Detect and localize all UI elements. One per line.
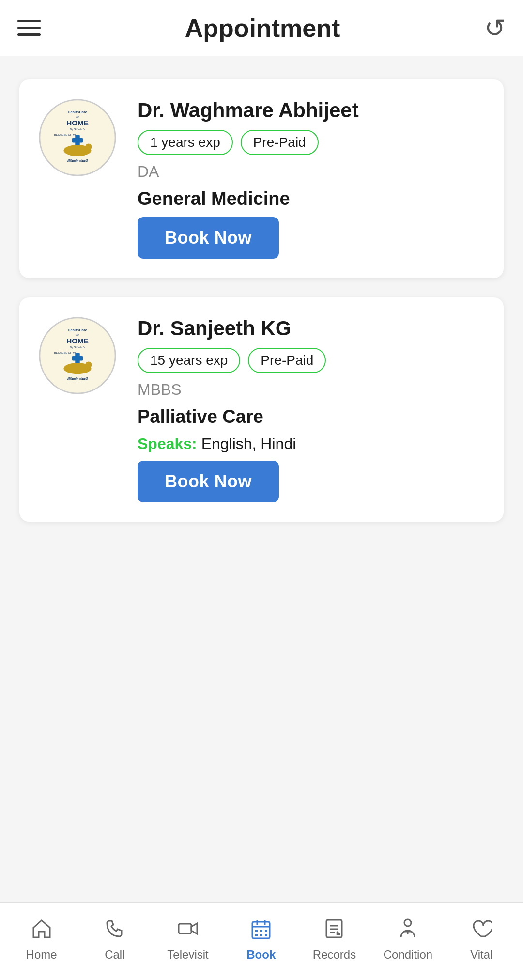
doctor-name-2: Dr. Sanjeeth KG xyxy=(138,317,484,340)
svg-rect-7 xyxy=(72,138,83,143)
records-icon xyxy=(323,918,345,944)
doctor-degree-1: DA xyxy=(138,163,484,181)
refresh-button[interactable]: ↻ xyxy=(484,14,506,43)
payment-badge-2: Pre-Paid xyxy=(248,348,326,373)
doctor-avatar-1: HealthCare at HOME By St John's BECAUSE … xyxy=(39,99,120,180)
doctor-name-1: Dr. Waghmare Abhijeet xyxy=(138,99,484,122)
svg-rect-18 xyxy=(72,356,83,361)
svg-text:By St John's: By St John's xyxy=(70,346,85,349)
nav-label-televisit: Televisit xyxy=(167,948,208,962)
svg-text:BECAUSE OF ME: BECAUSE OF ME xyxy=(54,133,77,136)
nav-item-home[interactable]: Home xyxy=(17,918,66,962)
svg-text:HOME: HOME xyxy=(66,119,89,127)
svg-rect-32 xyxy=(265,934,267,936)
heart-icon xyxy=(471,918,492,944)
calendar-icon xyxy=(250,918,272,944)
doctor-degree-2: MBBS xyxy=(138,381,484,399)
payment-badge-1: Pre-Paid xyxy=(241,130,319,155)
nav-label-records: Records xyxy=(313,948,356,962)
svg-text:HealthCare: HealthCare xyxy=(68,110,87,114)
nav-item-condition[interactable]: Condition xyxy=(384,918,432,962)
svg-text:जीविष्यति मवेचारी: जीविष्यति मवेचारी xyxy=(66,377,88,381)
doctor-info-2: Dr. Sanjeeth KG 15 years exp Pre-Paid MB… xyxy=(138,317,484,502)
experience-badge-2: 15 years exp xyxy=(138,348,240,373)
svg-point-20 xyxy=(85,361,92,368)
doctor-card-2: HealthCare at HOME By St John's BECAUSE … xyxy=(19,297,504,522)
svg-text:जीविष्यति मवेचारी: जीविष्यति मवेचारी xyxy=(66,159,88,163)
call-icon xyxy=(104,918,125,944)
video-icon xyxy=(177,918,199,944)
svg-rect-22 xyxy=(179,924,191,933)
svg-text:BECAUSE OF ME: BECAUSE OF ME xyxy=(54,351,77,354)
nav-item-vital[interactable]: Vital xyxy=(457,918,506,962)
svg-text:at: at xyxy=(76,115,79,119)
svg-rect-28 xyxy=(260,930,262,932)
svg-text:By St John's: By St John's xyxy=(70,128,85,131)
doctor-specialty-1: General Medicine xyxy=(138,188,484,209)
nav-label-vital: Vital xyxy=(470,948,492,962)
menu-button[interactable] xyxy=(17,20,41,36)
book-button-2[interactable]: Book Now xyxy=(138,461,279,502)
nav-item-records[interactable]: Records xyxy=(310,918,358,962)
experience-badge-1: 1 years exp xyxy=(138,130,233,155)
nav-item-call[interactable]: Call xyxy=(91,918,139,962)
home-icon xyxy=(31,918,52,944)
page-title: Appointment xyxy=(185,14,340,43)
svg-rect-30 xyxy=(255,934,258,936)
person-icon xyxy=(397,918,418,944)
main-content: HealthCare at HOME By St John's BECAUSE … xyxy=(0,56,523,545)
doctor-specialty-2: Palliative Care xyxy=(138,406,484,427)
nav-item-televisit[interactable]: Televisit xyxy=(164,918,212,962)
svg-point-9 xyxy=(85,143,92,150)
doctor-badges-2: 15 years exp Pre-Paid xyxy=(138,348,484,373)
doctor-badges-1: 1 years exp Pre-Paid xyxy=(138,130,484,155)
doctor-info-1: Dr. Waghmare Abhijeet 1 years exp Pre-Pa… xyxy=(138,99,484,259)
svg-rect-29 xyxy=(265,930,267,932)
svg-rect-27 xyxy=(255,930,258,932)
svg-point-37 xyxy=(404,919,411,926)
svg-text:HealthCare: HealthCare xyxy=(68,328,87,332)
nav-label-book: Book xyxy=(246,948,276,962)
svg-rect-31 xyxy=(260,934,262,936)
doctor-avatar-2: HealthCare at HOME By St John's BECAUSE … xyxy=(39,317,120,398)
svg-text:at: at xyxy=(76,333,79,337)
nav-label-call: Call xyxy=(105,948,124,962)
nav-item-book[interactable]: Book xyxy=(237,918,285,962)
bottom-navigation: Home Call Televisit xyxy=(0,902,523,980)
doctor-speaks-2: Speaks: English, Hindi xyxy=(138,435,484,453)
doctor-card-1: HealthCare at HOME By St John's BECAUSE … xyxy=(19,79,504,278)
header: Appointment ↻ xyxy=(0,0,523,56)
svg-text:HOME: HOME xyxy=(66,337,89,345)
nav-label-home: Home xyxy=(26,948,57,962)
speaks-label: Speaks: xyxy=(138,435,197,452)
speaks-languages: English, Hindi xyxy=(201,435,296,452)
nav-label-condition: Condition xyxy=(384,948,432,962)
book-button-1[interactable]: Book Now xyxy=(138,217,279,259)
